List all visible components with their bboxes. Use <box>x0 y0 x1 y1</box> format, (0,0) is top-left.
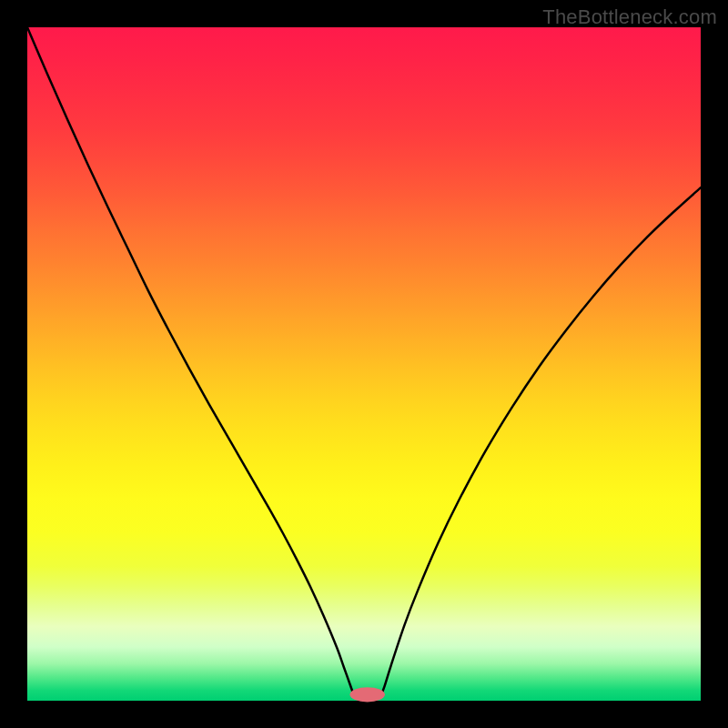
marker-layer <box>349 687 384 702</box>
plot-background <box>27 27 701 701</box>
chart-stage: TheBottleneck.com <box>0 0 728 728</box>
bottleneck-chart <box>0 0 728 728</box>
watermark-text: TheBottleneck.com <box>542 5 717 29</box>
optimum-marker <box>349 687 384 702</box>
